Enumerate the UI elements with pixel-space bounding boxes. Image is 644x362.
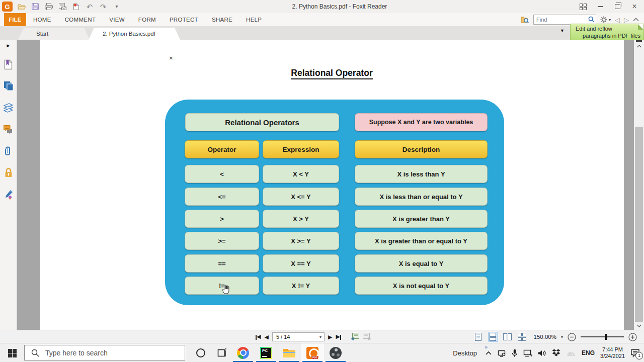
document-area: ► Relational Operator Relational Operato… [0, 40, 644, 330]
collapse-ribbon-icon[interactable] [633, 18, 639, 22]
print-icon[interactable] [44, 2, 53, 11]
ribbon-tab-help[interactable]: HELP [246, 17, 262, 23]
layout-grid-icon[interactable] [578, 2, 589, 11]
windows-logo-icon [8, 349, 17, 357]
system-tray: Desktop ENG 7:44 PM 3/24/2021 1 [453, 343, 644, 362]
zoom-out-icon[interactable] [568, 333, 576, 341]
table-cell: < [185, 165, 259, 183]
table-cell: X < Y [263, 165, 339, 183]
scroll-down-icon[interactable] [634, 322, 644, 329]
security-lock-icon[interactable] [3, 167, 14, 178]
tooltip-fold [638, 24, 643, 30]
zoom-dropdown-icon[interactable]: ▾ [561, 335, 563, 339]
desktop-label[interactable]: Desktop [453, 349, 477, 357]
foxit-logo-icon[interactable]: G [2, 2, 13, 12]
clock[interactable]: 7:44 PM 3/24/2021 [600, 346, 625, 359]
network-icon[interactable] [523, 349, 532, 357]
new-document-icon[interactable]: ✱ [71, 2, 80, 11]
taskbar-pycharm[interactable]: PC [255, 343, 278, 362]
zoom-level[interactable]: 150.00% [534, 334, 556, 340]
start-button[interactable] [0, 343, 24, 362]
open-file-icon[interactable] [17, 2, 26, 11]
dropbox-icon[interactable] [552, 349, 560, 357]
page-number-box[interactable]: 5 / 14 ▾ [272, 332, 325, 341]
ribbon-tab-view[interactable]: VIEW [109, 17, 125, 23]
find-bar: ▾ ◁ ▷ [521, 15, 639, 25]
ribbon-tab-share[interactable]: SHARE [212, 17, 232, 23]
find-previous-button[interactable]: ◁ [615, 17, 620, 23]
zoom-in-icon[interactable] [628, 333, 637, 341]
tooltip-line2: paragraphs in PDF files [576, 32, 641, 39]
close-tab-icon[interactable]: × [169, 54, 173, 62]
ribbon-tab-comment[interactable]: COMMENT [65, 17, 96, 23]
ribbon-tab-file[interactable]: FILE [4, 13, 26, 26]
vertical-scrollbar[interactable] [634, 40, 644, 330]
action-center-button[interactable]: 1 [630, 349, 640, 357]
ribbon-tabs: HOME COMMENT VIEW FORM PROTECT SHARE HEL… [33, 13, 262, 26]
pycharm-icon: PC [260, 347, 272, 359]
close-button[interactable]: × [629, 2, 640, 11]
search-icon[interactable] [588, 16, 595, 23]
taskbar-search[interactable] [24, 345, 185, 360]
status-bar: ◀ ◀ 5 / 14 ▾ ▶ ▶ 150.00% ▾ [0, 330, 644, 343]
tab-python-basics[interactable]: 2. Python Basics.pdf [89, 28, 180, 40]
expand-panel-icon[interactable]: ► [6, 43, 11, 48]
continuous-view-icon[interactable] [488, 332, 498, 342]
taskbar-chrome[interactable] [231, 343, 255, 362]
find-input[interactable] [533, 15, 596, 25]
bookmarks-icon[interactable] [3, 59, 14, 70]
reflow-dropdown-icon[interactable]: ▼ [560, 28, 565, 33]
attachments-icon[interactable] [3, 145, 14, 156]
zoom-slider-thumb[interactable] [605, 334, 607, 340]
scroll-up-icon[interactable] [634, 43, 644, 50]
undo-icon[interactable]: ↶ [85, 2, 94, 11]
continuous-facing-view-icon[interactable] [517, 332, 527, 342]
previous-view-icon[interactable] [350, 333, 359, 341]
facing-view-icon[interactable] [503, 332, 513, 342]
pdf-page[interactable]: Relational Operator Relational Operators… [40, 40, 624, 330]
language-indicator[interactable]: ENG [582, 349, 595, 356]
previous-page-button[interactable]: ◀ [264, 334, 268, 340]
last-page-button[interactable]: ▶ [336, 334, 341, 339]
customize-toolbar-dropdown-icon[interactable]: ▾ [112, 2, 121, 11]
next-view-icon[interactable] [363, 333, 372, 341]
tab-start[interactable]: Start [18, 28, 90, 40]
scrollbar-thumb[interactable] [635, 127, 643, 322]
quick-access-toolbar: G ✱ ↶ ↷ ▾ [0, 0, 121, 13]
digital-signature-icon[interactable] [3, 189, 14, 200]
foxit-icon: PDF [306, 347, 318, 359]
cortana-button[interactable] [189, 343, 212, 362]
restore-button[interactable] [612, 2, 623, 11]
table-cell: X is greater than or equal to Y [355, 232, 488, 250]
microphone-icon[interactable] [512, 349, 518, 357]
taskbar-foxit[interactable]: PDF [301, 343, 324, 362]
task-view-button[interactable] [210, 343, 233, 362]
layers-icon[interactable] [3, 102, 14, 113]
search-folder-icon[interactable] [521, 16, 529, 24]
ribbon-tab-home[interactable]: HOME [33, 17, 51, 23]
redo-icon[interactable]: ↷ [99, 2, 108, 11]
first-page-button[interactable]: ◀ [256, 334, 261, 339]
ribbon-tab-protect[interactable]: PROTECT [170, 17, 198, 23]
screen-cast-icon[interactable] [497, 349, 506, 357]
page-thumbnails-icon[interactable] [3, 80, 14, 92]
comments-icon[interactable] [3, 124, 14, 135]
zoom-slider[interactable] [581, 336, 624, 337]
single-page-view-icon[interactable] [473, 332, 484, 342]
find-options-button[interactable]: ▾ [600, 16, 611, 23]
find-next-button[interactable]: ▷ [624, 17, 629, 23]
splitter-handle[interactable] [636, 40, 642, 42]
save-icon[interactable] [31, 2, 40, 11]
onedrive-cloud-icon[interactable] [566, 350, 576, 356]
taskbar-file-explorer[interactable] [278, 343, 301, 362]
next-page-button[interactable]: ▶ [328, 334, 332, 340]
taskbar-obs[interactable] [324, 343, 347, 362]
ribbon-tab-form[interactable]: FORM [138, 17, 156, 23]
volume-icon[interactable] [538, 349, 546, 357]
page-dropdown-icon[interactable]: ▾ [319, 335, 321, 339]
taskbar-search-input[interactable] [44, 348, 172, 357]
minimize-button[interactable] [595, 2, 606, 11]
email-icon[interactable] [58, 2, 67, 11]
show-hidden-icons-button[interactable] [486, 351, 492, 355]
hand-cursor-icon [222, 285, 230, 296]
